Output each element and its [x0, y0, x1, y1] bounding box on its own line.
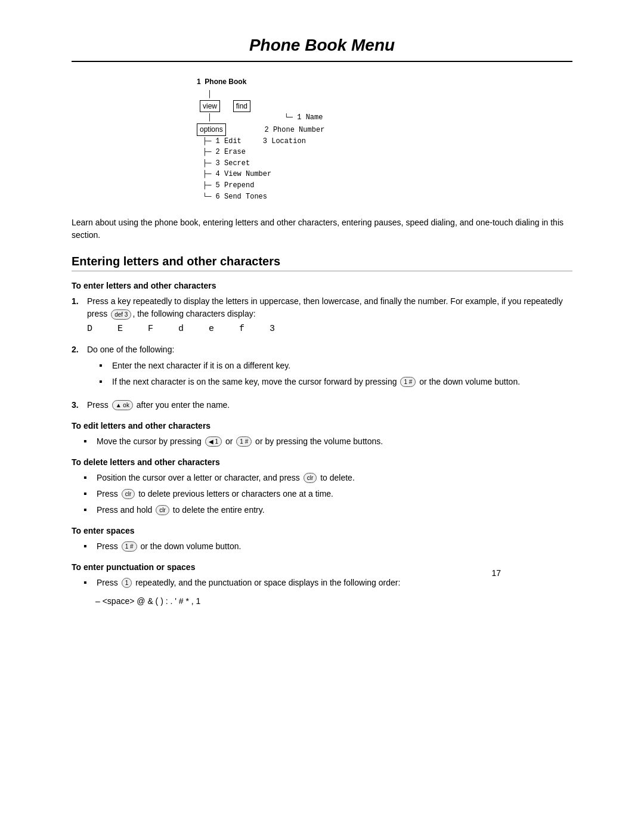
key-1: 1: [122, 578, 132, 588]
chars-display: D E F d e f 3: [87, 323, 572, 336]
list-item-1: 1. Press a key repeatedly to display the…: [72, 295, 572, 339]
list-item-3: 3. Press ▲ ok after you enter the name.: [72, 399, 572, 411]
bullet-edit-1: ▪ Move the cursor by pressing ◀ 1 or 1 #…: [83, 435, 572, 448]
bullet-icon: ▪: [83, 504, 94, 516]
bullet-icon: ▪: [99, 360, 110, 372]
menu-tree-row2: │ └─ 1 Name: [197, 112, 447, 123]
menu-diagram-root: 1 Phone Book: [197, 76, 447, 88]
bullet-icon: ▪: [83, 488, 94, 500]
menu-tree-row1: view find: [197, 100, 447, 113]
subheading-enter-spaces: To enter spaces: [72, 526, 572, 535]
bullet-delete-1: ▪ Position the cursor over a letter or c…: [83, 472, 572, 484]
menu-tree-row3: options 2 Phone Number: [197, 123, 447, 136]
menu-tree-row5: ├─ 2 Erase: [197, 147, 447, 158]
menu-tree-row8: ├─ 5 Prepend: [197, 180, 447, 191]
key-clr3: clr: [156, 505, 169, 515]
subsection-edit-letters: To edit letters and other characters ▪ M…: [72, 421, 572, 448]
bullet-list-2: ▪ Enter the next character if it is on a…: [99, 360, 572, 388]
bullet-punct-1: ▪ Press 1 repeatedly, and the punctuatio…: [83, 577, 572, 589]
bullet-delete-2: ▪ Press clr to delete previous letters o…: [83, 488, 572, 500]
subsection-enter-letters: To enter letters and other characters 1.…: [72, 281, 572, 411]
bullet-icon: ▪: [83, 577, 94, 589]
bullet-icon: ▪: [83, 540, 94, 553]
subheading-delete-letters: To delete letters and other characters: [72, 457, 572, 467]
intro-paragraph: Learn about using the phone book, enteri…: [72, 216, 572, 241]
bullet-list-punct: ▪ Press 1 repeatedly, and the punctuatio…: [83, 577, 572, 589]
page-title-container: Phone Book Menu: [72, 36, 572, 62]
subsection-delete-letters: To delete letters and other characters ▪…: [72, 457, 572, 516]
bullet-list-edit: ▪ Move the cursor by pressing ◀ 1 or 1 #…: [83, 435, 572, 448]
subheading-enter-letters: To enter letters and other characters: [72, 281, 572, 290]
key-back: ◀ 1: [205, 436, 222, 447]
key-clr1: clr: [304, 473, 317, 483]
bullet-item-2b: ▪ If the next character is on the same k…: [99, 376, 572, 388]
menu-diagram: 1 Phone Book │ view find │ └─ 1 Name opt…: [197, 76, 447, 202]
bullet-spaces-1: ▪ Press 1 # or the down volume button.: [83, 540, 572, 553]
numbered-list-enter: 1. Press a key repeatedly to display the…: [72, 295, 572, 411]
subheading-edit-letters: To edit letters and other characters: [72, 421, 572, 431]
bullet-delete-3: ▪ Press and hold clr to delete the entir…: [83, 504, 572, 516]
menu-tree-row7: ├─ 4 View Number: [197, 169, 447, 180]
menu-tree-row4: ├─ 1 Edit 3 Location: [197, 136, 447, 147]
key-fwd: 1 #: [236, 436, 252, 447]
bullet-icon: ▪: [83, 435, 94, 448]
bullet-list-delete: ▪ Position the cursor over a letter or c…: [83, 472, 572, 516]
menu-tree-row6: ├─ 3 Secret: [197, 158, 447, 169]
dash-item-order: – <space> @ & ( ) : . ' # * , 1: [95, 595, 572, 608]
list-item-2: 2. Do one of the following: ▪ Enter the …: [72, 343, 572, 394]
key-clr2: clr: [122, 489, 135, 499]
key-space: 1 #: [122, 541, 137, 552]
key-def3: def 3: [111, 309, 131, 320]
bullet-icon: ▪: [83, 472, 94, 484]
bullet-icon: ▪: [99, 376, 110, 388]
key-hash: 1 #: [400, 377, 416, 387]
page-number: 17: [491, 568, 501, 578]
section-heading: Entering letters and other characters: [72, 255, 572, 271]
bullet-list-spaces: ▪ Press 1 # or the down volume button.: [83, 540, 572, 553]
key-ok: ▲ ok: [112, 400, 133, 410]
bullet-item-2a: ▪ Enter the next character if it is on a…: [99, 360, 572, 372]
menu-tree: │: [197, 89, 447, 100]
page-title: Phone Book Menu: [249, 36, 395, 54]
subsection-enter-spaces: To enter spaces ▪ Press 1 # or the down …: [72, 526, 572, 553]
menu-tree-row9: └─ 6 Send Tones: [197, 191, 447, 203]
